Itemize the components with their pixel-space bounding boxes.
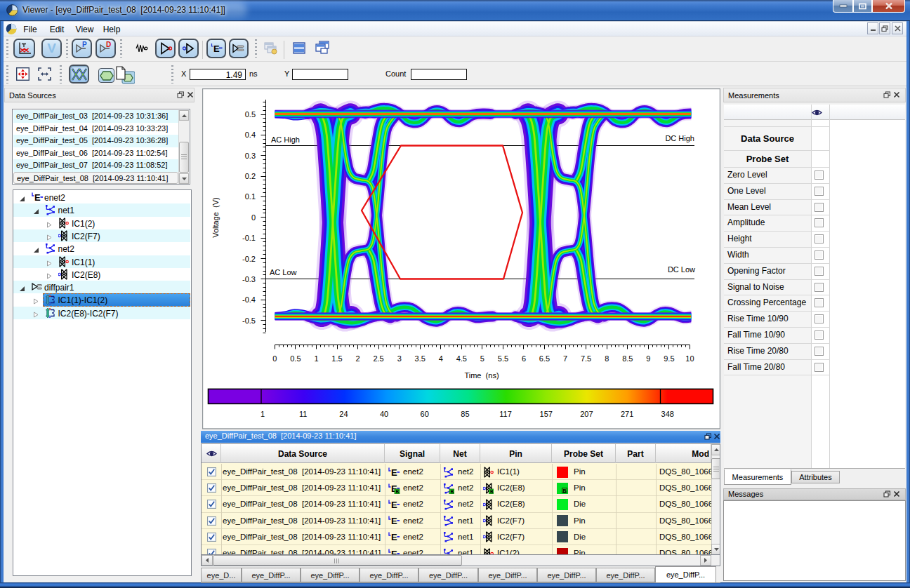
svg-text:9.5: 9.5 bbox=[664, 354, 674, 363]
svg-text:E: E bbox=[391, 549, 397, 556]
svg-text:0: 0 bbox=[272, 354, 277, 363]
svg-text:40: 40 bbox=[380, 410, 388, 418]
svg-text:P: P bbox=[82, 41, 87, 48]
svg-text:E: E bbox=[213, 44, 220, 54]
svg-text:24: 24 bbox=[339, 410, 348, 418]
svg-text:7.5: 7.5 bbox=[581, 354, 591, 363]
svg-text:0.5: 0.5 bbox=[245, 110, 256, 119]
svg-text:E: E bbox=[34, 192, 41, 203]
svg-text:0.1: 0.1 bbox=[245, 192, 256, 201]
svg-text:157: 157 bbox=[540, 410, 553, 418]
svg-text:4.5: 4.5 bbox=[456, 354, 467, 363]
svg-text:4: 4 bbox=[439, 354, 443, 363]
svg-text:2.5: 2.5 bbox=[373, 354, 383, 363]
svg-text:5.5: 5.5 bbox=[498, 354, 508, 363]
svg-text:85: 85 bbox=[461, 410, 469, 418]
svg-text:60: 60 bbox=[421, 410, 429, 418]
svg-text:-0.1: -0.1 bbox=[242, 234, 256, 242]
svg-text:-0.3: -0.3 bbox=[242, 275, 256, 283]
svg-text:1: 1 bbox=[261, 410, 265, 418]
svg-text:DC High: DC High bbox=[665, 134, 694, 142]
svg-text:5: 5 bbox=[480, 354, 484, 363]
svg-text:AC Low: AC Low bbox=[270, 268, 297, 276]
svg-text:1.5: 1.5 bbox=[331, 354, 342, 363]
svg-text:B: B bbox=[490, 489, 494, 494]
svg-text:207: 207 bbox=[580, 410, 593, 418]
svg-text:E: E bbox=[391, 516, 397, 526]
svg-text:8.5: 8.5 bbox=[622, 354, 633, 363]
svg-text:E: E bbox=[391, 532, 397, 542]
svg-text:3.5: 3.5 bbox=[415, 354, 426, 363]
svg-text:0.4: 0.4 bbox=[245, 131, 256, 139]
svg-text:E: E bbox=[391, 500, 397, 510]
svg-text:3: 3 bbox=[397, 354, 402, 363]
svg-text:9: 9 bbox=[646, 354, 650, 363]
svg-text:0.2: 0.2 bbox=[245, 172, 256, 180]
svg-text:DC Low: DC Low bbox=[668, 265, 695, 274]
svg-text:0.5: 0.5 bbox=[290, 354, 301, 363]
svg-text:7: 7 bbox=[563, 354, 567, 363]
svg-text:Time (ns): Time (ns) bbox=[464, 371, 499, 380]
svg-text:D: D bbox=[106, 41, 111, 48]
svg-text:2: 2 bbox=[356, 354, 360, 363]
svg-text:-0.2: -0.2 bbox=[242, 255, 256, 263]
svg-text:348: 348 bbox=[661, 410, 674, 418]
svg-text:117: 117 bbox=[499, 410, 512, 418]
svg-text:11: 11 bbox=[299, 410, 307, 418]
svg-text:B: B bbox=[451, 489, 454, 494]
svg-text:E: E bbox=[391, 467, 397, 478]
svg-text:8: 8 bbox=[605, 354, 609, 363]
svg-text:0: 0 bbox=[251, 213, 256, 222]
svg-text:6: 6 bbox=[522, 354, 526, 363]
svg-text:-0.5: -0.5 bbox=[242, 316, 256, 325]
svg-text:B: B bbox=[396, 489, 400, 494]
svg-text:Voltage (V): Voltage (V) bbox=[211, 197, 220, 237]
svg-text:271: 271 bbox=[621, 410, 633, 418]
svg-text:1: 1 bbox=[314, 354, 318, 363]
svg-text:0.3: 0.3 bbox=[245, 152, 256, 160]
svg-text:6.5: 6.5 bbox=[539, 354, 550, 363]
svg-text:-0.4: -0.4 bbox=[242, 295, 256, 304]
svg-text:AC High: AC High bbox=[271, 135, 300, 144]
svg-text:10: 10 bbox=[685, 354, 694, 363]
